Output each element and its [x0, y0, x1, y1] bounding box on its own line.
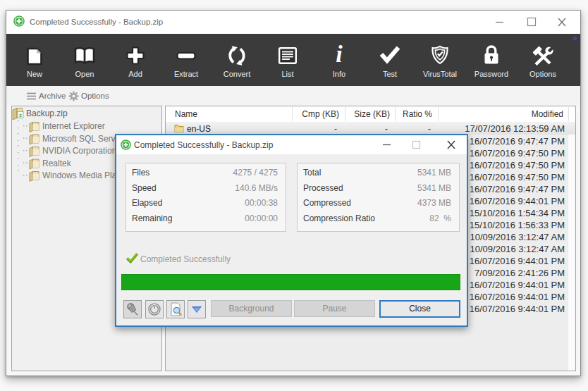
svg-text:z: z [19, 112, 22, 118]
svg-text:i: i [336, 44, 343, 66]
